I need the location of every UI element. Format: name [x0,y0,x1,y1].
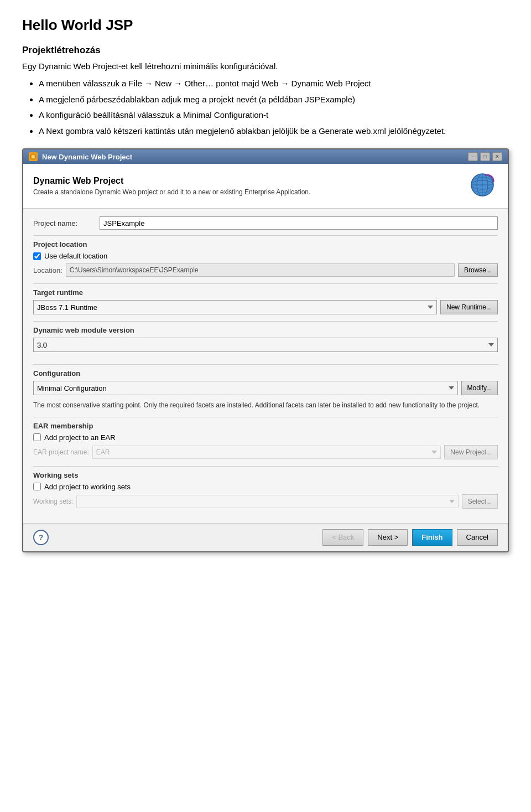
new-runtime-button[interactable]: New Runtime... [440,300,498,314]
location-row: Location: Browse... [33,263,498,277]
dialog-titlebar: New Dynamic Web Project – □ ✕ [23,149,508,164]
next-button[interactable]: Next > [368,529,408,546]
add-working-sets-label: Add project to working sets [44,483,131,491]
select-working-sets-button[interactable]: Select... [462,494,498,509]
location-input[interactable] [66,263,455,277]
working-sets-section: Working sets Add project to working sets… [33,471,498,509]
add-to-ear-checkbox[interactable] [33,433,41,441]
dialog-title-icon [29,152,38,161]
header-icon [469,172,498,200]
use-default-row: Use default location [33,252,498,260]
divider-3 [33,321,498,322]
modify-button[interactable]: Modify... [461,381,498,395]
add-to-ear-row: Add project to an EAR [33,433,498,442]
project-location-section: Project location Use default location Lo… [33,240,498,277]
window-controls: – □ ✕ [468,152,502,161]
list-item: A megjelenő párbeszédablakban adjuk meg … [39,94,509,106]
list-item: A konfiguráció beállításnál válasszuk a … [39,109,509,122]
ear-membership-label: EAR membership [33,422,498,430]
footer-left: ? [33,530,49,545]
header-title: Dynamic Web Project [33,176,310,186]
add-working-sets-row: Add project to working sets [33,483,498,491]
divider-6 [33,466,498,467]
working-sets-label: Working sets [33,471,498,479]
browse-button[interactable]: Browse... [458,263,498,277]
dialog-title-text: New Dynamic Web Project [42,153,468,161]
divider-2 [33,283,498,284]
dynamic-web-module-section: Dynamic web module version 3.0 [33,326,498,358]
cancel-button[interactable]: Cancel [457,529,498,546]
config-description: The most conservative starting point. On… [33,401,498,410]
bullet-list: A menüben válasszuk a File → New → Other… [39,77,509,137]
footer-right: < Back Next > Finish Cancel [322,529,498,546]
dialog-footer: ? < Back Next > Finish Cancel [23,523,508,551]
header-description: Create a standalone Dynamic Web project … [33,188,310,196]
use-default-checkbox[interactable] [33,252,41,260]
list-item: A menüben válasszuk a File → New → Other… [39,77,509,90]
configuration-section: Configuration Minimal Configuration Modi… [33,369,498,410]
working-sets-input-label: Working sets: [33,498,73,505]
add-to-ear-label: Add project to an EAR [44,433,116,442]
use-default-label: Use default location [44,252,107,260]
project-location-label: Project location [33,240,498,249]
list-item: A Next gombra való kétszeri kattintás ut… [39,125,509,138]
working-sets-row: Working sets: Select... [33,494,498,509]
divider-5 [33,417,498,417]
dynamic-web-module-label: Dynamic web module version [33,326,498,334]
divider-1 [33,235,498,236]
project-name-input[interactable] [100,216,498,230]
add-working-sets-checkbox[interactable] [33,483,41,490]
target-runtime-label: Target runtime [33,288,498,297]
help-button[interactable]: ? [33,530,49,545]
dialog-header: Dynamic Web Project Create a standalone … [23,164,508,209]
section-title: Projektlétrehozás [22,45,509,56]
header-text: Dynamic Web Project Create a standalone … [33,176,310,196]
ear-project-select[interactable]: EAR [92,446,441,459]
back-button[interactable]: < Back [322,529,363,546]
minimize-button[interactable]: – [468,152,478,161]
finish-button[interactable]: Finish [412,529,452,546]
dialog-window: New Dynamic Web Project – □ ✕ Dynamic We… [22,148,509,552]
configuration-select[interactable]: Minimal Configuration [33,381,458,395]
project-name-label: Project name: [33,219,100,227]
configuration-label: Configuration [33,369,498,377]
dynamic-web-module-select[interactable]: 3.0 [33,338,498,352]
configuration-row: Minimal Configuration Modify... [33,381,498,395]
ear-project-name-label: EAR project name: [33,448,89,456]
close-button[interactable]: ✕ [492,152,502,161]
new-project-button[interactable]: New Project... [444,445,498,459]
divider-4 [33,364,498,365]
working-sets-select[interactable] [76,495,458,508]
intro-text: Egy Dynamic Web Project-et kell létrehoz… [22,61,509,71]
ear-name-row: EAR project name: EAR New Project... [33,445,498,459]
page-title: Hello World JSP [22,17,509,34]
target-runtime-select[interactable]: JBoss 7.1 Runtime [33,300,437,314]
target-runtime-row: JBoss 7.1 Runtime New Runtime... [33,300,498,314]
location-label: Location: [33,266,63,275]
ear-membership-section: EAR membership Add project to an EAR EAR… [33,422,498,459]
restore-button[interactable]: □ [480,152,490,161]
dialog-form: Project name: Project location Use defau… [23,209,508,523]
svg-point-1 [32,155,35,158]
project-name-row: Project name: [33,216,498,230]
target-runtime-section: Target runtime JBoss 7.1 Runtime New Run… [33,288,498,314]
